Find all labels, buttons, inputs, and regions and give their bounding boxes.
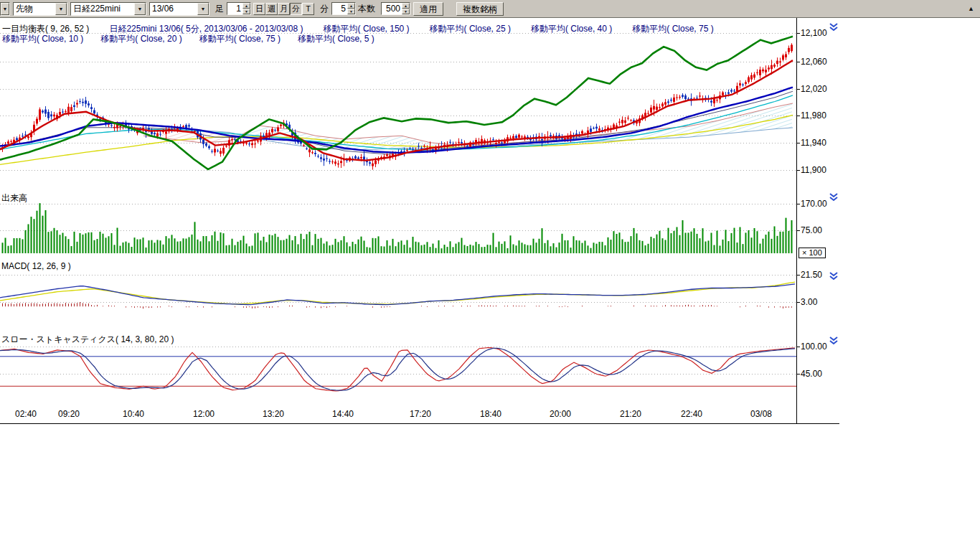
pane-expand-button[interactable] bbox=[829, 270, 839, 279]
axis-tick-label: 75.00 bbox=[801, 225, 822, 235]
symbol-select-value: 日経225mini bbox=[71, 3, 134, 15]
time-axis-label: 22:40 bbox=[681, 409, 702, 419]
macd-layer bbox=[0, 282, 795, 309]
axis-tick-label: 170.00 bbox=[801, 199, 827, 209]
chart-panel: 12,10012,06012,02011,98011,94011,900170.… bbox=[0, 18, 839, 424]
toolbar-scroll-up-icon[interactable]: ▲ bbox=[968, 5, 974, 12]
dropdown-arrow-icon[interactable]: ▼ bbox=[197, 3, 209, 15]
category-select[interactable]: 先物 ▼ bbox=[13, 2, 67, 16]
period-button-日[interactable]: 日 bbox=[253, 3, 265, 15]
category-select-value: 先物 bbox=[14, 3, 55, 15]
bar-interval-spinner[interactable]: 1 ▲ ▼ bbox=[227, 2, 251, 15]
spin-up-icon[interactable]: ▲ bbox=[242, 3, 250, 9]
time-axis-label: 09:20 bbox=[58, 409, 80, 419]
time-axis-label: 02:40 bbox=[15, 409, 37, 419]
minute-unit-label: 分 bbox=[320, 3, 329, 15]
gridlines bbox=[0, 34, 796, 375]
period-button-T[interactable]: T bbox=[302, 3, 314, 15]
spin-down-icon[interactable]: ▼ bbox=[402, 9, 410, 14]
pane-expand-button[interactable] bbox=[829, 335, 839, 344]
axis-tick-label: 3.00 bbox=[801, 297, 818, 307]
dropdown-arrow-icon[interactable]: ▼ bbox=[55, 3, 67, 15]
stochastics-layer bbox=[0, 348, 796, 391]
contract-month-value: 13/06 bbox=[150, 3, 197, 15]
axis-tick-label: 12,100 bbox=[801, 28, 827, 38]
time-axis-label: 10:40 bbox=[123, 409, 144, 419]
dropdown-arrow-icon[interactable]: ▼ bbox=[134, 3, 146, 15]
pane-expand-button[interactable] bbox=[829, 22, 839, 30]
time-axis-label: 03/08 bbox=[750, 409, 772, 419]
bar-count-label: 本数 bbox=[358, 3, 375, 15]
contract-month-select[interactable]: 13/06 ▼ bbox=[149, 2, 209, 16]
macd-line bbox=[0, 284, 795, 305]
stoch-k-line bbox=[0, 348, 795, 391]
axis-tick-label: 11,980 bbox=[801, 110, 826, 121]
axes: 12,10012,06012,02011,98011,94011,900170.… bbox=[0, 18, 839, 424]
axis-tick-label: 12,020 bbox=[801, 84, 827, 94]
bar-count-value[interactable]: 500 bbox=[382, 3, 402, 14]
axis-tick-label: 12,060 bbox=[801, 57, 827, 67]
dropdown-arrow-icon[interactable]: ▼ bbox=[1, 3, 9, 15]
minute-spinner[interactable]: 5 ▲ ▼ bbox=[331, 2, 356, 15]
period-button-週[interactable]: 週 bbox=[265, 3, 278, 15]
macd-signal-line bbox=[0, 282, 795, 304]
period-button-group: 日週月分T bbox=[253, 3, 314, 15]
axis-tick-label: 100.00 bbox=[801, 342, 827, 352]
volume-multiplier-box: × 100 bbox=[798, 248, 826, 258]
chart-plot-svg[interactable]: 12,10012,06012,02011,98011,94011,900170.… bbox=[0, 18, 839, 424]
spin-down-icon[interactable]: ▼ bbox=[347, 9, 355, 14]
time-axis-label: 18:40 bbox=[480, 409, 501, 419]
axis-tick-label: 45.00 bbox=[801, 369, 822, 379]
period-button-分[interactable]: 分 bbox=[290, 3, 302, 15]
bar-interval-value[interactable]: 1 bbox=[227, 3, 242, 14]
symbol-select[interactable]: 日経225mini ▼ bbox=[70, 2, 146, 16]
spin-up-icon[interactable]: ▲ bbox=[402, 3, 410, 9]
spin-up-icon[interactable]: ▲ bbox=[347, 3, 355, 9]
time-axis-label: 20:00 bbox=[550, 409, 571, 419]
time-axis-label: 14:40 bbox=[332, 409, 354, 419]
volume-layer bbox=[3, 203, 792, 253]
time-axis-label: 17:20 bbox=[410, 409, 431, 419]
time-axis-label: 12:00 bbox=[193, 409, 215, 419]
multi-symbol-button[interactable]: 複数銘柄 bbox=[456, 2, 504, 16]
time-axis-label: 21:20 bbox=[620, 409, 641, 419]
candles-layer bbox=[1, 43, 793, 169]
period-button-月[interactable]: 月 bbox=[278, 3, 290, 15]
bar-type-label: 足 bbox=[215, 3, 224, 15]
time-axis-label: 13:20 bbox=[263, 409, 284, 419]
axis-tick-label: 11,940 bbox=[801, 138, 826, 148]
pane-expand-button[interactable] bbox=[829, 192, 839, 200]
toolbar: ▼ 先物 ▼ 日経225mini ▼ 13/06 ▼ 足 1 ▲ ▼ 日週月分T… bbox=[0, 0, 980, 18]
spin-down-icon[interactable]: ▼ bbox=[242, 9, 250, 14]
collapsed-select[interactable]: ▼ bbox=[0, 2, 10, 16]
axis-tick-label: 11,900 bbox=[801, 165, 826, 175]
apply-button[interactable]: 適用 bbox=[413, 2, 443, 16]
axis-tick-label: 21.50 bbox=[801, 270, 822, 280]
minute-spinner-value[interactable]: 5 bbox=[332, 3, 347, 14]
bar-count-spinner[interactable]: 500 ▲ ▼ bbox=[381, 2, 410, 15]
